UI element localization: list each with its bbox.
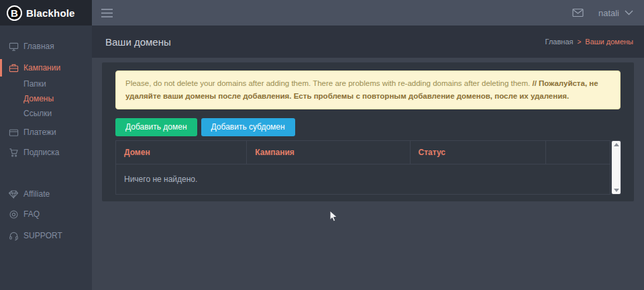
table-scrollbar[interactable] [612,141,621,194]
sidebar-item-home[interactable]: Главная [0,38,92,55]
domains-table-wrap: Домен Кампания Статус Ничего не найдено. [115,140,621,195]
sidebar-item-label: Платежи [23,128,56,137]
topbar: natali [92,0,644,26]
breadcrumb-home[interactable]: Главная [545,38,574,46]
scroll-down-arrow[interactable] [614,189,619,192]
sidebar-item-label: Affiliate [23,189,50,199]
column-header-status[interactable]: Статус [410,140,546,164]
column-header-actions [546,140,610,164]
monitor-icon [9,42,19,52]
content-area: Please, do not delete your domains after… [92,58,644,290]
sidebar-item-subscription[interactable]: Подписка [0,144,92,161]
alert-text-en: Please, do not delete your domains after… [125,79,530,87]
headset-icon [9,231,19,241]
domains-table: Домен Кампания Статус Ничего не найдено. [115,140,610,195]
main-area: natali Ваши домены Главная > Ваши домены… [92,0,644,290]
page-title: Ваши домены [105,36,171,48]
sidebar-item-affiliate[interactable]: Affiliate [0,185,92,203]
sidebar-item-payments[interactable]: Платежи [0,124,92,141]
column-header-domain[interactable]: Домен [116,140,247,164]
sidebar-subitem-links[interactable]: Ссылки [0,106,92,121]
briefcase-icon [9,63,19,73]
sidebar-item-campaigns[interactable]: Кампании [0,59,92,77]
sidebar-subitem-folders[interactable]: Папки [0,77,92,91]
toolbar: Добавить домен Добавить субдомен [115,118,621,136]
column-header-campaign[interactable]: Кампания [247,140,410,164]
user-menu[interactable]: natali [598,8,619,18]
mail-icon[interactable] [572,8,584,17]
sidebar-item-label: Папки [23,79,46,89]
app-window: B Blackhole Главная Кампании Папки Домен… [0,0,644,290]
add-domain-button[interactable]: Добавить домен [115,118,197,136]
brand-logo-icon: B [7,5,22,21]
brand-name: Blackhole [26,7,75,19]
cart-icon [9,148,19,158]
sidebar-item-label: Подписка [23,148,59,157]
gem-icon [9,189,19,199]
table-header-row: Домен Кампания Статус [116,140,610,164]
table-row: Ничего не найдено. [116,164,610,194]
brand-logo[interactable]: B Blackhole [0,0,92,26]
sidebar-item-label: Главная [23,42,54,51]
page-header: Ваши домены Главная > Ваши домены [92,26,644,58]
empty-message: Ничего не найдено. [116,164,610,194]
sidebar-item-label: FAQ [23,209,40,219]
scroll-up-arrow[interactable] [614,143,619,146]
sidebar-item-support[interactable]: SUPPORT [0,227,92,244]
breadcrumb-current: Ваши домены [585,38,633,46]
sidebar-item-label: Ссылки [23,109,52,118]
sidebar: B Blackhole Главная Кампании Папки Домен… [0,0,92,290]
warning-alert: Please, do not delete your domains after… [115,70,621,109]
add-subdomain-button[interactable]: Добавить субдомен [201,118,295,136]
ring-icon [9,209,19,220]
sidebar-subitem-domains[interactable]: Домены [0,91,92,106]
sidebar-item-label: SUPPORT [23,231,62,240]
sidebar-item-faq[interactable]: FAQ [0,205,92,223]
topbar-right: natali [572,8,633,18]
domains-card: Please, do not delete your domains after… [102,62,634,201]
sidebar-nav: Главная Кампании Папки Домены Ссылки [0,26,92,244]
breadcrumb-separator: > [577,38,581,46]
hamburger-menu-icon[interactable] [101,8,113,18]
sidebar-item-label: Кампании [23,63,60,72]
breadcrumb: Главная > Ваши домены [545,38,633,46]
chevron-down-icon[interactable] [625,10,633,15]
sidebar-item-label: Домены [23,94,54,103]
credit-card-icon [9,128,19,138]
